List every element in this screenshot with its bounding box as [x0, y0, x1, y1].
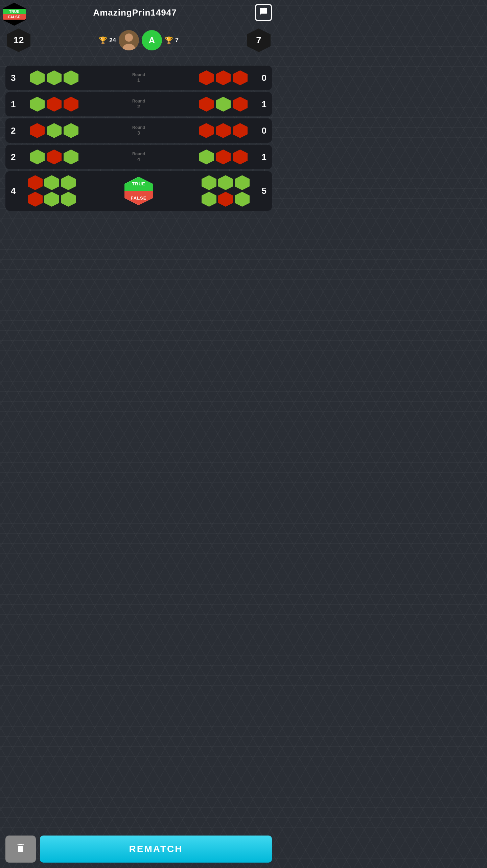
- hex-r5-r6: [235, 192, 250, 207]
- round-row-4: 2 Round 4 1: [5, 145, 272, 169]
- round-2-right-score: 1: [253, 99, 266, 110]
- left-trophy-info: 🏆 24: [99, 36, 116, 44]
- hex-r5-l1: [28, 175, 43, 190]
- hex-r2-r1: [199, 97, 214, 112]
- round-5-left-hexes: [24, 175, 124, 207]
- round-4-right-score: 1: [253, 152, 266, 162]
- hex-r5-r2: [218, 175, 233, 190]
- round-5-right-hexes: [153, 175, 253, 207]
- hex-r4-r3: [233, 150, 248, 164]
- round-3-label: Round 3: [129, 125, 149, 136]
- hex-r5-r3: [235, 175, 250, 190]
- hex-r3-l3: [64, 123, 78, 138]
- hex-r5-r1: [202, 175, 216, 190]
- round-4-left-score: 2: [11, 152, 24, 162]
- tf-badge-true-label: TRUE: [124, 177, 153, 191]
- hex-r1-r2: [216, 70, 231, 85]
- round-row-5: 4 TRUE FALSE: [5, 171, 272, 211]
- hex-r3-r2: [216, 123, 231, 138]
- chat-icon: [259, 7, 268, 18]
- round-row-3: 2 Round 3 0: [5, 118, 272, 143]
- round-3-right-score: 0: [253, 125, 266, 136]
- hex-r2-l2: [47, 97, 62, 112]
- hex-r4-l1: [30, 150, 45, 164]
- opponent-avatar: A: [142, 30, 162, 50]
- player-avatar: [119, 30, 139, 50]
- hex-r4-l2: [47, 150, 62, 164]
- round-2-left-score: 1: [11, 99, 24, 110]
- round-4-label: Round 4: [129, 152, 149, 162]
- round-5-left-score: 4: [11, 186, 24, 196]
- hex-r5-l2: [44, 175, 59, 190]
- round-1-left-score: 3: [11, 73, 24, 83]
- hex-r3-r3: [233, 123, 248, 138]
- round-3-left-score: 2: [11, 125, 24, 136]
- round-1-right-hexes: [149, 70, 253, 85]
- header: TRUE FALSE ← AmazingPrin14947: [0, 0, 277, 25]
- hex-r1-l2: [47, 70, 62, 85]
- round-3-left-hexes: [24, 123, 129, 138]
- chat-button[interactable]: [255, 4, 272, 21]
- tf-badge-header[interactable]: TRUE FALSE: [3, 3, 26, 26]
- left-score-badge: 12: [7, 28, 30, 52]
- hex-r2-r3: [233, 97, 248, 112]
- hex-r5-l3: [61, 175, 76, 190]
- round-4-right-hexes: [149, 150, 253, 164]
- hex-r1-l3: [64, 70, 78, 85]
- hex-r5-r5: [218, 192, 233, 207]
- scores-center: 🏆 24 A 🏆 7: [30, 30, 247, 50]
- round-5-right-score: 5: [253, 186, 266, 196]
- hex-r1-r3: [233, 70, 248, 85]
- page-title: AmazingPrin14947: [15, 7, 255, 18]
- hex-r4-r2: [216, 150, 231, 164]
- tf-true-label: TRUE: [3, 9, 26, 14]
- hex-r2-r2: [216, 97, 231, 112]
- round-row-1: 3 Round 1 0: [5, 66, 272, 90]
- hex-r2-l1: [30, 97, 45, 112]
- scores-row: 12 🏆 24 A 🏆 7 7: [0, 25, 277, 59]
- hex-r4-l3: [64, 150, 78, 164]
- round-1-left-hexes: [24, 70, 129, 85]
- right-score-badge: 7: [247, 28, 271, 52]
- round-3-right-hexes: [149, 123, 253, 138]
- rounds-container: 3 Round 1 0 1: [0, 66, 277, 211]
- round-2-right-hexes: [149, 97, 253, 112]
- tf-badge-round5[interactable]: TRUE FALSE: [124, 177, 153, 205]
- hex-r2-l3: [64, 97, 78, 112]
- hex-r5-l6: [61, 192, 76, 207]
- tf-badge-false-label: FALSE: [124, 191, 153, 205]
- hex-r3-l1: [30, 123, 45, 138]
- hex-r5-l5: [44, 192, 59, 207]
- round-2-label: Round 2: [129, 99, 149, 110]
- hex-r1-l1: [30, 70, 45, 85]
- hex-r1-r1: [199, 70, 214, 85]
- round-row-2: 1 Round 2 1: [5, 92, 272, 116]
- right-trophy-info: 🏆 7: [165, 36, 179, 44]
- hex-r4-r1: [199, 150, 214, 164]
- hex-r3-l2: [47, 123, 62, 138]
- tf-false-label: FALSE: [3, 14, 26, 20]
- round-4-left-hexes: [24, 150, 129, 164]
- round-2-left-hexes: [24, 97, 129, 112]
- round-1-right-score: 0: [253, 73, 266, 83]
- hex-r5-l4: [28, 192, 43, 207]
- hex-r5-r4: [202, 192, 216, 207]
- trophy-icon-right: 🏆: [165, 36, 173, 44]
- hex-r3-r1: [199, 123, 214, 138]
- round-1-label: Round 1: [129, 72, 149, 83]
- trophy-icon-left: 🏆: [99, 36, 107, 44]
